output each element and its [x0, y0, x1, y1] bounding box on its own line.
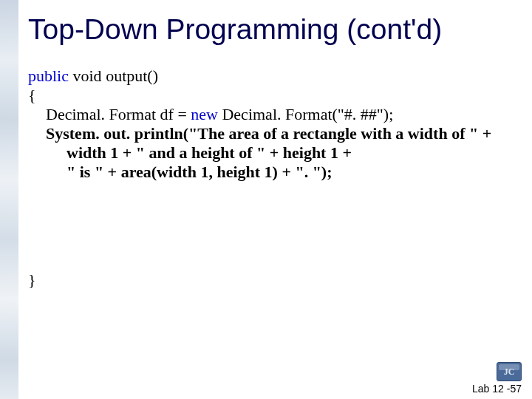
code-line-3: width 1 + " and a height of " + height 1…	[28, 143, 517, 163]
kw-new: new	[191, 105, 218, 123]
brace-open: {	[28, 86, 36, 104]
logo-text: JC	[504, 366, 515, 378]
slide-footer: JC Lab 12 -57	[472, 362, 522, 395]
logo-badge: JC	[497, 362, 522, 381]
code-line-1b: Decimal. Format("#. ##");	[218, 105, 393, 123]
slide-title: Top-Down Programming (cont'd)	[28, 13, 517, 46]
slide-number: Lab 12 -57	[472, 383, 522, 395]
code-line-1a: Decimal. Format df =	[46, 105, 191, 123]
kw-public: public	[28, 66, 69, 85]
brace-close: }	[28, 270, 517, 290]
code-line-2: System. out. println("The area of a rect…	[28, 124, 517, 143]
code-line-4: " is " + area(width 1, height 1) + ". ")…	[28, 163, 517, 182]
code-block: public void output() { Decimal. Format d…	[28, 66, 517, 290]
method-name: output()	[106, 66, 158, 85]
slide-container: Top-Down Programming (cont'd) public voi…	[0, 0, 532, 399]
kw-void: void	[69, 66, 106, 85]
